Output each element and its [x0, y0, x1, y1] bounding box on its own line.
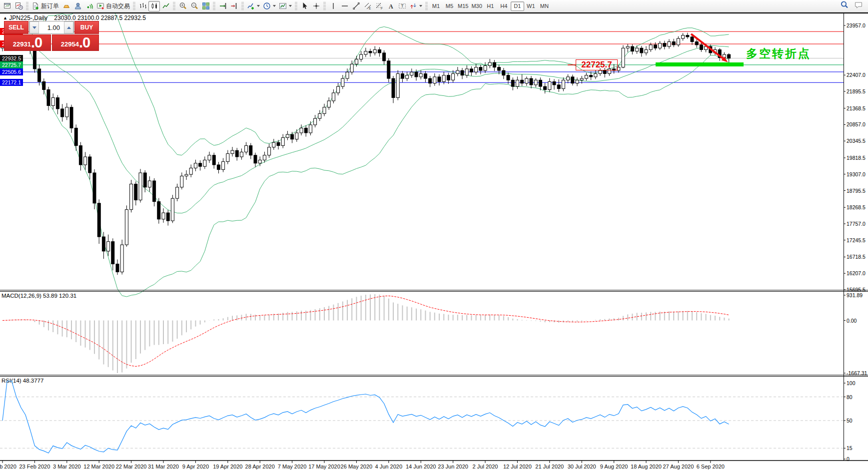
text-icon[interactable]: A — [385, 1, 396, 11]
candle-body — [447, 75, 450, 80]
candle-body — [240, 152, 243, 157]
candle-body — [208, 155, 211, 160]
toolbar-grip — [425, 2, 428, 10]
chart-canvas[interactable] — [0, 0, 868, 475]
volume-input[interactable] — [39, 21, 64, 33]
candle-body — [691, 37, 694, 42]
toolbar-grip — [133, 2, 135, 10]
candle-body — [337, 86, 340, 93]
candle-body — [493, 62, 496, 67]
templates-icon[interactable] — [277, 1, 293, 11]
timeframe-button-M1[interactable]: M1 — [429, 1, 443, 11]
candle-body — [672, 41, 675, 44]
arrows-icon[interactable] — [408, 1, 424, 11]
candle-body — [327, 101, 330, 107]
new-order-label: 新订单 — [41, 2, 59, 10]
cursor-icon[interactable] — [299, 1, 310, 11]
tile-windows-icon[interactable] — [200, 1, 211, 11]
candle-body — [332, 93, 335, 101]
candle-body — [659, 43, 662, 48]
ohlc-marker-icon: ▲ — [3, 15, 7, 20]
candle-body — [663, 43, 666, 46]
indicators-icon[interactable] — [245, 1, 261, 11]
timeframe-button-M5[interactable]: M5 — [443, 1, 456, 11]
candle-body — [387, 61, 390, 78]
buy-button[interactable]: BUY — [74, 21, 99, 34]
price-tag-annotation[interactable]: 22725.7 — [576, 59, 618, 70]
candle-body — [470, 69, 473, 72]
candle-body — [295, 133, 298, 139]
candle-body — [51, 98, 54, 106]
timeframe-button-H1[interactable]: H1 — [484, 1, 497, 11]
candle-body — [392, 78, 395, 97]
candle-body — [502, 70, 505, 75]
chart-shift-icon[interactable] — [228, 1, 240, 11]
periods-icon[interactable] — [261, 1, 277, 11]
sell-price[interactable]: 22931.0 — [4, 34, 51, 51]
horizontal-line-icon[interactable] — [339, 1, 350, 11]
candle-body — [557, 85, 560, 89]
candle-chart-mode-icon[interactable] — [148, 1, 160, 11]
signal-icon[interactable] — [83, 1, 95, 11]
search-icon[interactable] — [840, 0, 849, 11]
timeframe-button-M15[interactable]: M15 — [456, 1, 470, 11]
timeframe-button-H4[interactable]: H4 — [497, 1, 511, 11]
timeframe-button-W1[interactable]: W1 — [524, 1, 538, 11]
bar-chart-mode-icon[interactable] — [137, 1, 148, 11]
new-order-button[interactable]: 新订单 — [30, 1, 60, 11]
candle-body — [42, 82, 45, 90]
gold-icon[interactable] — [60, 1, 72, 11]
sell-price-frac: .0 — [31, 35, 42, 50]
profiles-icon[interactable] — [13, 1, 24, 11]
crosshair-icon[interactable] — [310, 1, 322, 11]
candle-body — [111, 242, 114, 264]
equidistant-channel-icon[interactable]: E — [362, 1, 373, 11]
zoom-out-icon[interactable] — [188, 1, 200, 11]
note-annotation[interactable]: 多空转折点 — [746, 46, 811, 61]
candle-body — [350, 64, 353, 72]
accounts-icon[interactable] — [72, 1, 83, 11]
candle-body — [378, 49, 381, 52]
candle-body — [585, 75, 588, 78]
candle-body — [488, 62, 491, 65]
candle-body — [318, 114, 321, 119]
candle-body — [419, 73, 422, 76]
zoom-in-icon[interactable] — [177, 1, 188, 11]
candle-body — [668, 41, 671, 46]
autotrade-button[interactable]: 自动交易 — [95, 1, 131, 11]
timeframe-button-MN[interactable]: MN — [538, 1, 551, 11]
auto-scroll-icon[interactable] — [217, 1, 228, 11]
candle-body — [84, 157, 87, 165]
candle-body — [139, 173, 142, 200]
candle-body — [728, 54, 731, 58]
timeframe-button-M30[interactable]: M30 — [470, 1, 483, 11]
candle-body — [88, 157, 91, 173]
candle-body — [364, 51, 367, 54]
candle-body — [369, 51, 372, 53]
toolbar-grip — [213, 2, 215, 10]
buy-price-frac: .0 — [79, 35, 90, 50]
candle-body — [645, 49, 648, 52]
buy-price[interactable]: 22954.0 — [52, 34, 99, 51]
fibonacci-icon[interactable]: F — [373, 1, 385, 11]
dropdown-arrow-icon — [289, 5, 292, 7]
candle-body — [102, 237, 105, 251]
dropdown-arrow-icon — [257, 5, 260, 7]
candle-body — [263, 155, 266, 160]
volume-increase-button[interactable] — [64, 21, 73, 33]
candle-body — [636, 48, 639, 51]
rsi-line — [2, 381, 729, 453]
candle-body — [107, 242, 110, 251]
timeframe-button-D1[interactable]: D1 — [511, 1, 524, 11]
new-chart-icon[interactable] — [1, 1, 13, 11]
text-label-icon[interactable]: T — [396, 1, 408, 11]
vertical-line-icon[interactable] — [327, 1, 339, 11]
trend-line-icon[interactable] — [350, 1, 362, 11]
candle-body — [203, 160, 206, 166]
line-chart-mode-icon[interactable] — [160, 1, 171, 11]
sell-button[interactable]: SELL — [4, 21, 28, 34]
volume-decrease-button[interactable] — [29, 21, 39, 33]
candle-body — [433, 77, 436, 83]
chat-icon[interactable] — [854, 0, 863, 11]
autotrade-icon — [96, 2, 104, 10]
